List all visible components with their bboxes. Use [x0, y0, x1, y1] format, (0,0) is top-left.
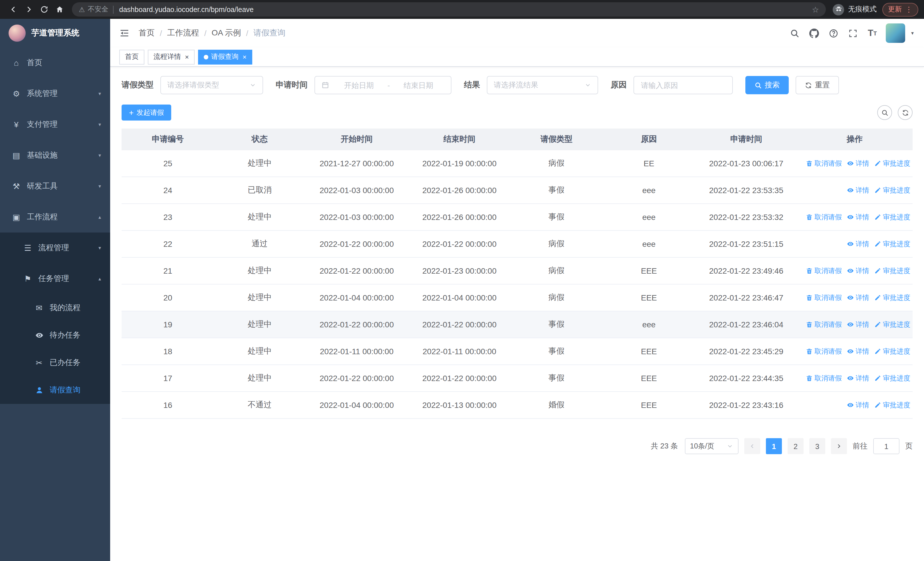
next-page-button[interactable]: [831, 438, 847, 454]
apply-time-range-picker[interactable]: -: [315, 76, 452, 94]
detail-link[interactable]: 详情: [847, 212, 869, 222]
tab-leave-query[interactable]: 请假查询×: [198, 50, 252, 64]
github-icon[interactable]: [806, 23, 822, 43]
cancel-leave-link[interactable]: 取消请假: [806, 212, 842, 222]
app-logo[interactable]: 芋道管理系统: [0, 19, 110, 47]
approval-progress-link[interactable]: 审批进度: [874, 158, 910, 168]
font-size-icon[interactable]: TT: [864, 23, 880, 43]
sidebar: 芋道管理系统 ⌂首页⚙系统管理▾¥支付管理▾▤基础设施▾⚒研发工具▾▣工作流程▴…: [0, 19, 110, 561]
page-3-button[interactable]: 3: [809, 438, 825, 454]
page-size-select[interactable]: 10条/页: [685, 438, 738, 454]
header-search-icon[interactable]: [787, 23, 803, 43]
user-avatar[interactable]: [886, 23, 906, 43]
action-label: 详情: [855, 346, 869, 356]
goto-page-input[interactable]: [873, 438, 900, 454]
active-tab-dot: [204, 54, 208, 59]
approval-progress-link[interactable]: 审批进度: [874, 293, 910, 302]
detail-link[interactable]: 详情: [847, 239, 869, 249]
approval-progress-link[interactable]: 审批进度: [874, 320, 910, 329]
approval-progress-link[interactable]: 审批进度: [874, 185, 910, 195]
detail-link[interactable]: 详情: [847, 373, 869, 383]
cell-start: 2022-01-03 00:00:00: [305, 186, 408, 195]
home-button[interactable]: [52, 2, 68, 17]
toolbar-refresh-icon[interactable]: [898, 105, 913, 120]
sidebar-item-done-tasks[interactable]: ✂已办任务: [0, 349, 110, 376]
cancel-leave-link[interactable]: 取消请假: [806, 293, 842, 302]
sidebar-item-home[interactable]: ⌂首页: [0, 47, 110, 78]
eye-icon: [34, 331, 44, 339]
detail-link[interactable]: 详情: [847, 293, 869, 302]
page-1-button[interactable]: 1: [766, 438, 782, 454]
prev-page-button[interactable]: [744, 438, 760, 454]
sidebar-item-workflow[interactable]: ▣工作流程▴: [0, 202, 110, 233]
approval-progress-link[interactable]: 审批进度: [874, 400, 910, 410]
row-actions: 取消请假详情审批进度: [797, 266, 913, 276]
approval-progress-link[interactable]: 审批进度: [874, 266, 910, 276]
not-secure-label[interactable]: 不安全: [88, 5, 108, 14]
avatar-dropdown-icon[interactable]: ▾: [911, 30, 914, 36]
detail-link[interactable]: 详情: [847, 266, 869, 276]
page-2-button[interactable]: 2: [788, 438, 804, 454]
sidebar-item-dev-tools[interactable]: ⚒研发工具▾: [0, 171, 110, 202]
update-button[interactable]: 更新 ⋮: [882, 3, 918, 16]
breadcrumb-item[interactable]: OA 示例: [212, 28, 241, 38]
detail-link[interactable]: 详情: [847, 158, 869, 168]
approval-progress-link[interactable]: 审批进度: [874, 239, 910, 249]
detail-link[interactable]: 详情: [847, 346, 869, 356]
sidebar-item-infrastructure[interactable]: ▤基础设施▾: [0, 140, 110, 171]
breadcrumb-item[interactable]: 工作流程: [167, 28, 199, 38]
bookmark-star-icon[interactable]: ☆: [812, 5, 819, 14]
cancel-leave-link[interactable]: 取消请假: [806, 266, 842, 276]
cell-end: 2022-01-22 00:00:00: [408, 374, 511, 383]
toolbar-search-icon[interactable]: [877, 105, 892, 120]
cell-status: 处理中: [214, 292, 305, 303]
table-row: 24已取消2022-01-03 00:00:002022-01-26 00:00…: [122, 177, 913, 204]
table-toolbar: + 发起请假: [122, 105, 913, 120]
sidebar-item-process-management[interactable]: ☰流程管理▾: [0, 233, 110, 263]
approval-progress-link[interactable]: 审批进度: [874, 346, 910, 356]
search-button[interactable]: 搜索: [746, 76, 789, 94]
tab-home[interactable]: 首页: [119, 50, 144, 64]
fullscreen-icon[interactable]: [845, 23, 861, 43]
cancel-leave-link[interactable]: 取消请假: [806, 373, 842, 383]
detail-icon: [847, 348, 854, 355]
result-select[interactable]: 请选择流结果: [487, 76, 598, 94]
detail-link[interactable]: 详情: [847, 320, 869, 329]
start-date-input[interactable]: [333, 81, 385, 89]
approval-progress-link[interactable]: 审批进度: [874, 373, 910, 383]
cell-applied: 2022-01-22 23:49:46: [696, 266, 797, 275]
approval-progress-link[interactable]: 审批进度: [874, 212, 910, 222]
tab-process-detail[interactable]: 流程详情×: [148, 50, 195, 64]
address-bar[interactable]: ⚠ 不安全 dashboard.yudao.iocoder.cn/bpm/oa/…: [72, 2, 826, 17]
reason-input[interactable]: [633, 76, 733, 94]
sidebar-item-payment[interactable]: ¥支付管理▾: [0, 109, 110, 140]
help-icon[interactable]: [825, 23, 842, 43]
forward-button[interactable]: [21, 2, 36, 17]
tab-close-icon[interactable]: ×: [243, 53, 246, 60]
cancel-leave-link[interactable]: 取消请假: [806, 346, 842, 356]
cancel-leave-link[interactable]: 取消请假: [806, 320, 842, 329]
sidebar-item-my-process[interactable]: ✉我的流程: [0, 294, 110, 322]
create-leave-button[interactable]: + 发起请假: [122, 105, 171, 120]
sidebar-item-leave-query[interactable]: 请假查询: [0, 376, 110, 404]
sidebar-collapse-icon[interactable]: [119, 28, 129, 38]
end-date-input[interactable]: [392, 81, 445, 89]
cancel-leave-link[interactable]: 取消请假: [806, 158, 842, 168]
reload-button[interactable]: [36, 2, 52, 17]
table-row: 16不通过2022-01-04 00:00:002022-01-13 00:00…: [122, 392, 913, 419]
row-actions: 取消请假详情审批进度: [797, 158, 913, 168]
detail-link[interactable]: 详情: [847, 400, 869, 410]
sidebar-item-todo-tasks[interactable]: 待办任务: [0, 322, 110, 349]
reset-button[interactable]: 重置: [796, 76, 839, 94]
sidebar-item-label: 系统管理: [27, 89, 58, 99]
breadcrumb-item[interactable]: 首页: [139, 28, 154, 38]
sidebar-item-system[interactable]: ⚙系统管理▾: [0, 78, 110, 109]
browser-menu-icon[interactable]: ⋮: [905, 5, 913, 14]
leave-type-select[interactable]: 请选择请假类型: [160, 76, 263, 94]
chevron-down-icon: [584, 82, 591, 89]
tab-close-icon[interactable]: ×: [185, 53, 189, 60]
detail-link[interactable]: 详情: [847, 185, 869, 195]
sidebar-item-label: 首页: [27, 58, 42, 68]
sidebar-item-task-management[interactable]: ⚑任务管理▴: [0, 263, 110, 294]
back-button[interactable]: [6, 2, 21, 17]
